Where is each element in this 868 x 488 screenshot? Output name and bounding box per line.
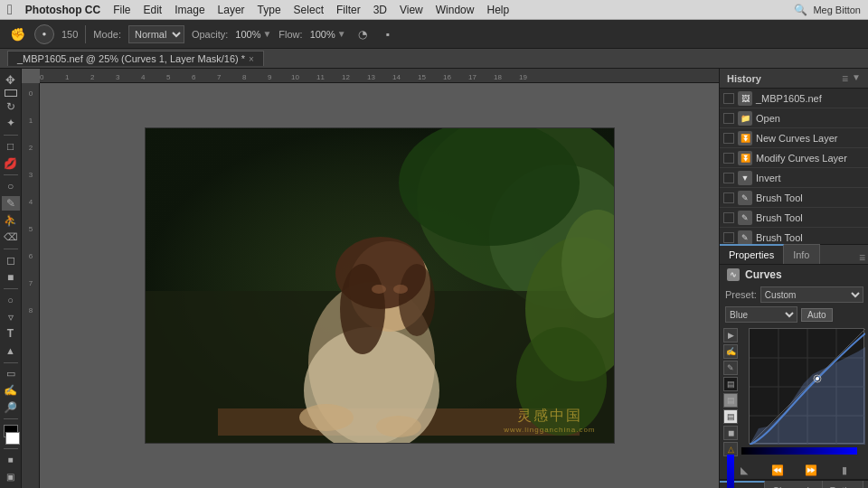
history-item-label: New Curves Layer: [756, 133, 837, 144]
history-item-icon: ✎: [738, 191, 752, 205]
layers-panel: Layers Channels Paths ≡ ▲ Kind ■ ⏬ T ▭ N…: [720, 480, 868, 488]
menu-filter[interactable]: Filter: [336, 4, 361, 16]
list-item[interactable]: ▼ Invert: [720, 168, 868, 188]
history-item-label: Open: [756, 113, 780, 124]
brush-tool[interactable]: ✎: [2, 196, 20, 211]
menu-view[interactable]: View: [400, 4, 423, 16]
svg-text:4: 4: [141, 73, 146, 81]
svg-text:5: 5: [29, 225, 33, 233]
quick-mask-toggle[interactable]: ■: [2, 453, 20, 468]
history-item-label: _MBP1605.nef: [756, 93, 822, 104]
auto-button[interactable]: Auto: [801, 308, 833, 322]
clone-stamp-tool[interactable]: ⛹: [2, 212, 20, 228]
magic-wand-tool[interactable]: ✦: [2, 116, 20, 131]
svg-point-47: [376, 416, 421, 437]
lasso-tool[interactable]: ↻: [2, 99, 20, 114]
curves-tool-hand[interactable]: ✍: [723, 344, 738, 359]
airbrush-toggle[interactable]: ◔: [354, 25, 372, 43]
curves-sample-shadow[interactable]: ▤: [723, 377, 738, 391]
pressure-toggle[interactable]: ▪: [379, 25, 397, 43]
flow-label: Flow:: [278, 29, 302, 40]
curves-next-icon[interactable]: ⏩: [803, 462, 819, 478]
list-item[interactable]: ✎ Brush Tool: [720, 208, 868, 228]
text-tool[interactable]: T: [2, 326, 20, 342]
tab-channels[interactable]: Channels: [765, 481, 822, 489]
eraser-tool[interactable]: ◻: [2, 253, 20, 268]
tab-info[interactable]: Info: [784, 244, 819, 264]
svg-text:4: 4: [29, 198, 33, 206]
history-panel-collapse[interactable]: ▼: [852, 72, 861, 85]
search-icon[interactable]: 🔍: [794, 4, 807, 16]
history-panel-menu[interactable]: ≡: [842, 72, 848, 85]
tab-close-button[interactable]: ×: [249, 54, 254, 64]
photo-canvas[interactable]: 灵感中国 www.lingganchina.com: [145, 127, 615, 444]
curves-input-gradient: [741, 447, 857, 455]
list-item[interactable]: ⏬ Modify Curves Layer: [720, 148, 868, 168]
curves-tool-extra[interactable]: ◼: [723, 426, 738, 440]
curves-sample-highlight[interactable]: ▤: [723, 409, 738, 424]
healing-tool[interactable]: ○: [2, 179, 20, 194]
marquee-tool[interactable]: [5, 89, 17, 98]
svg-point-60: [816, 377, 819, 380]
curves-sample-midtone[interactable]: ▤: [723, 393, 738, 408]
menu-3d[interactable]: 3D: [373, 4, 387, 16]
history-panel-header: History ≡ ▼: [720, 69, 868, 89]
curves-icon: ∿: [727, 268, 740, 281]
move-tool[interactable]: ✥: [2, 72, 20, 88]
shape-tool[interactable]: ▭: [2, 366, 20, 381]
layers-panel-menu[interactable]: ≡: [863, 484, 868, 489]
user-name: Meg Bitton: [813, 5, 861, 15]
menu-file[interactable]: File: [113, 4, 130, 16]
menu-type[interactable]: Type: [258, 4, 281, 16]
document-tab[interactable]: _MBP1605.nef @ 25% (Curves 1, Layer Mask…: [7, 51, 264, 66]
canvas-area[interactable]: 0 1 2 3 4 5 6 7 8 9 10 11 12 13 14 15 16…: [22, 69, 719, 488]
hand-tool[interactable]: ✍: [2, 383, 20, 399]
apple-menu[interactable]: : [7, 2, 13, 18]
list-item[interactable]: ✎ Brush Tool: [720, 188, 868, 208]
curves-title-text: Curves: [745, 268, 782, 281]
tab-properties[interactable]: Properties: [720, 244, 784, 264]
flow-control[interactable]: 100% ▼: [310, 29, 346, 40]
menu-select[interactable]: Select: [294, 4, 324, 16]
canvas-background[interactable]: 灵感中国 www.lingganchina.com: [40, 83, 719, 488]
background-color[interactable]: [5, 432, 20, 445]
opacity-control[interactable]: 100% ▼: [235, 29, 271, 40]
svg-text:0: 0: [40, 73, 44, 81]
menu-edit[interactable]: Edit: [144, 4, 163, 16]
path-tool[interactable]: ▲: [2, 343, 20, 359]
zoom-tool[interactable]: 🔎: [2, 400, 20, 416]
mode-select[interactable]: Normal: [128, 25, 184, 43]
dodge-tool[interactable]: ○: [2, 293, 20, 308]
channel-select[interactable]: Blue RGB Red Green Blue: [725, 306, 797, 323]
list-item[interactable]: 📁 Open: [720, 108, 868, 128]
menu-window[interactable]: Window: [436, 4, 475, 16]
history-snapshot-checkbox: [723, 173, 734, 183]
list-item[interactable]: 🖼 _MBP1605.nef: [720, 89, 868, 108]
curves-previous-icon[interactable]: ⏪: [769, 462, 786, 478]
crop-tool[interactable]: □: [2, 139, 20, 155]
curves-clip-icon[interactable]: ▮: [836, 462, 853, 478]
preset-select[interactable]: Custom: [760, 286, 863, 303]
history-brush-tool[interactable]: ⌫: [2, 230, 20, 245]
history-snapshot-checkbox: [723, 93, 734, 104]
list-item[interactable]: ⏬ New Curves Layer: [720, 128, 868, 148]
svg-text:3: 3: [29, 171, 33, 179]
brush-selector[interactable]: ●: [34, 24, 54, 44]
vertical-ruler: 0 1 2 3 4 5 6 7 8: [22, 83, 40, 488]
menu-help[interactable]: Help: [486, 4, 509, 16]
curves-graph[interactable]: [749, 328, 864, 444]
curves-reset-icon[interactable]: ◣: [736, 462, 752, 478]
menu-layer[interactable]: Layer: [218, 4, 245, 16]
curves-tool-pen[interactable]: ✎: [723, 361, 738, 375]
menu-image[interactable]: Image: [175, 4, 204, 16]
screen-mode[interactable]: ▣: [2, 469, 20, 484]
tab-paths[interactable]: Paths: [823, 481, 863, 489]
menu-photoshop[interactable]: Photoshop CC: [25, 4, 100, 16]
pen-tool[interactable]: ▿: [2, 309, 20, 324]
properties-panel-menu[interactable]: ≡: [859, 251, 865, 264]
gradient-tool[interactable]: ■: [2, 269, 20, 285]
eyedropper-tool[interactable]: 💋: [2, 155, 20, 171]
tool-icon-main[interactable]: ✊: [7, 24, 27, 44]
history-snapshot-checkbox: [723, 153, 734, 164]
curves-tool-pointer[interactable]: ▶: [723, 328, 738, 343]
